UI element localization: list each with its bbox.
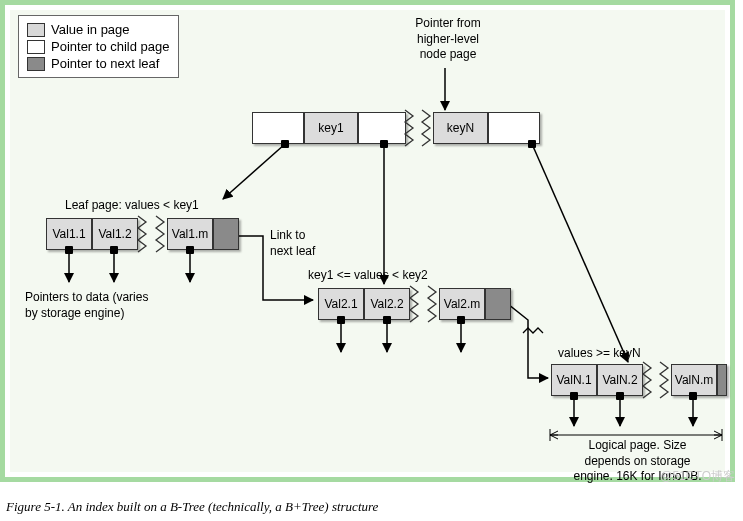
label-range2: key1 <= values < key2: [308, 268, 428, 284]
root-pointer-left: [252, 112, 304, 144]
legend-pointer-label: Pointer to child page: [51, 39, 170, 54]
root-key1: key1: [304, 112, 358, 144]
legend: Value in page Pointer to child page Poin…: [18, 15, 179, 78]
watermark: @51CTO博客: [660, 468, 735, 485]
legend-next-label: Pointer to next leaf: [51, 56, 159, 71]
legend-value-label: Value in page: [51, 22, 130, 37]
leaf1-next: [213, 218, 239, 250]
figure-caption: Figure 5-1. An index built on a B-Tree (…: [6, 499, 378, 515]
svg-line-1: [223, 144, 285, 199]
svg-line-3: [532, 144, 628, 362]
legend-value-box: [27, 23, 45, 37]
label-pointers-data: Pointers to data (varies by storage engi…: [25, 290, 185, 321]
label-link-next: Link to next leaf: [270, 228, 315, 259]
label-pointer-from: Pointer from higher-level node page: [408, 16, 488, 63]
label-rangeN: values >= keyN: [558, 346, 641, 362]
legend-pointer-box: [27, 40, 45, 54]
label-leaf-page: Leaf page: values < key1: [65, 198, 199, 214]
root-keyN: keyN: [433, 112, 488, 144]
leafN-next: [717, 364, 727, 396]
legend-next-box: [27, 57, 45, 71]
leaf2-next: [485, 288, 511, 320]
